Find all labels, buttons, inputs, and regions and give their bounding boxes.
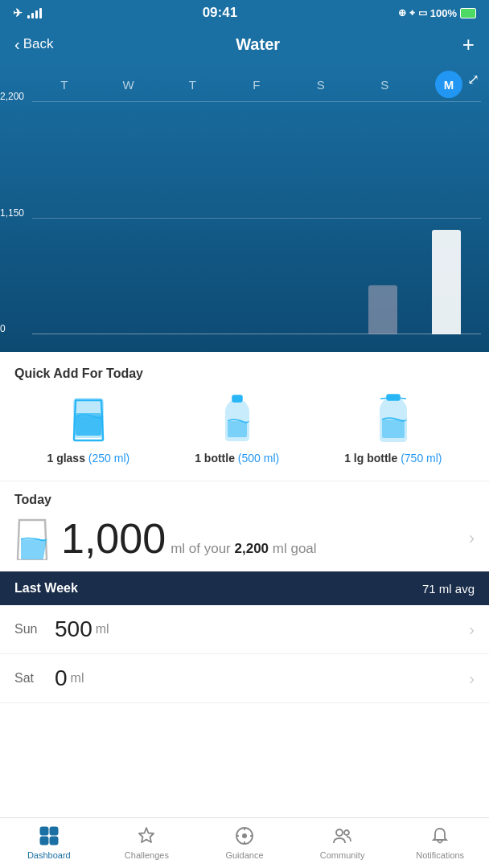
bar-slot-s2 <box>363 101 403 334</box>
tab-guidance[interactable]: Guidance <box>195 825 294 860</box>
status-left: ✈ <box>13 6 42 19</box>
week-day-sat: Sat <box>14 671 55 686</box>
add-button[interactable]: + <box>462 34 475 55</box>
chart-day-t2: T <box>172 78 212 92</box>
grid-label-mid: 1,150 <box>0 207 24 219</box>
week-row-sat[interactable]: Sat 0 ml › <box>0 654 489 703</box>
svg-marker-11 <box>139 828 154 842</box>
status-bar: ✈ 09:41 ⊕ ⌖ ▭ 100% ▮ <box>0 0 489 26</box>
airplane-icon: ✈ <box>13 6 23 19</box>
today-meta: ml of your 2,200 ml goal <box>171 541 458 557</box>
svg-rect-7 <box>40 827 48 835</box>
svg-point-18 <box>336 829 343 836</box>
tab-bar: Dashboard Challenges Guidance <box>0 817 489 868</box>
bar-slot-t1 <box>47 101 87 334</box>
svg-point-19 <box>344 830 349 835</box>
grid-label-bottom: 0 <box>0 323 6 334</box>
battery-label: 100% <box>430 7 457 19</box>
svg-point-13 <box>242 833 247 838</box>
last-week-avg: 71 ml avg <box>422 582 475 596</box>
chart-area: T W T F S S M 2,200 1,150 0 <box>0 63 489 352</box>
week-amount-sat: 0 <box>55 665 68 691</box>
bar-slot-t2 <box>173 101 213 334</box>
tab-challenges-label: Challenges <box>125 850 169 860</box>
bar-mon <box>432 230 461 335</box>
chart-grid: 2,200 1,150 0 <box>32 101 481 334</box>
chart-day-s2: S <box>364 78 405 92</box>
expand-icon[interactable]: ⤢ <box>467 71 479 88</box>
page-title: Water <box>236 35 280 54</box>
glass-label: 1 glass (250 ml) <box>47 452 129 465</box>
back-chevron-icon: ‹ <box>14 35 20 54</box>
notifications-icon <box>429 825 451 847</box>
svg-rect-2 <box>76 416 101 436</box>
week-row-sun[interactable]: Sun 500 ml › <box>0 605 489 654</box>
lg-bottle-label: 1 lg bottle (750 ml) <box>344 452 442 465</box>
grid-label-top: 2,200 <box>0 91 24 102</box>
last-week-header: Last Week 71 ml avg <box>0 571 489 605</box>
status-time: 09:41 <box>203 5 237 21</box>
week-day-sun: Sun <box>14 622 55 637</box>
svg-rect-8 <box>50 827 58 835</box>
quick-add-title: Quick Add For Today <box>14 366 475 381</box>
svg-rect-3 <box>232 395 242 402</box>
today-label: Today <box>14 493 475 507</box>
today-row[interactable]: 1,000 ml of your 2,200 ml goal › <box>14 517 475 560</box>
status-right: ⊕ ⌖ ▭ 100% ▮ <box>398 7 476 19</box>
today-amount: 1,000 <box>61 518 166 559</box>
bar-slot-f <box>236 101 277 334</box>
quick-add-buttons: 1 glass (250 ml) 1 bottle (500 ml) <box>14 394 475 473</box>
add-glass-button[interactable]: 1 glass (250 ml) <box>47 394 129 465</box>
chart-day-s1: S <box>301 78 341 92</box>
chart-day-f: F <box>236 78 277 92</box>
gps-icon: ⌖ <box>409 7 415 18</box>
svg-rect-4 <box>228 421 247 437</box>
lg-bottle-icon <box>372 394 414 445</box>
add-lg-bottle-button[interactable]: 1 lg bottle (750 ml) <box>344 394 442 465</box>
nav-bar: ‹ Back Water + <box>0 26 489 63</box>
tab-guidance-label: Guidance <box>225 850 263 860</box>
chart-days-row: T W T F S S M <box>0 63 489 98</box>
today-section: Today 1,000 ml of your 2,200 ml goal › <box>0 481 489 571</box>
tab-dashboard[interactable]: Dashboard <box>0 825 98 860</box>
back-label: Back <box>23 36 54 52</box>
week-chevron-sun-icon: › <box>469 620 475 639</box>
svg-rect-6 <box>382 420 405 438</box>
chart-day-w: W <box>109 78 149 92</box>
quick-add-section: Quick Add For Today 1 glass (250 ml) <box>0 352 489 481</box>
bar-slot-m <box>426 101 466 334</box>
tab-notifications-label: Notifications <box>416 850 464 860</box>
svg-rect-9 <box>40 837 48 845</box>
bar-slot-w <box>110 101 150 334</box>
screen-icon: ▭ <box>418 7 427 18</box>
svg-rect-10 <box>50 837 58 845</box>
chart-day-m-active: M <box>435 71 462 98</box>
today-water-icon <box>14 517 50 560</box>
tab-dashboard-label: Dashboard <box>27 850 71 860</box>
community-icon <box>331 825 354 847</box>
signal-bars <box>27 8 42 18</box>
bottle-icon <box>216 394 258 445</box>
back-button[interactable]: ‹ Back <box>14 35 53 54</box>
chart-day-t1: T <box>44 78 84 92</box>
bar-slot-s1 <box>300 101 340 334</box>
dashboard-icon <box>38 825 60 847</box>
bar-sat <box>368 285 397 334</box>
glass-icon <box>68 394 109 445</box>
bottle-label: 1 bottle (500 ml) <box>195 452 279 465</box>
today-chevron-icon: › <box>469 528 475 549</box>
add-bottle-button[interactable]: 1 bottle (500 ml) <box>195 394 279 465</box>
week-unit-sun: ml <box>96 622 109 637</box>
battery-icon: ▮ <box>460 8 476 18</box>
week-amount-sun: 500 <box>55 616 92 642</box>
last-week-title: Last Week <box>14 581 78 596</box>
tab-challenges[interactable]: Challenges <box>98 825 196 860</box>
week-chevron-sat-icon: › <box>469 669 475 688</box>
bars-container <box>32 101 481 334</box>
tab-community-label: Community <box>320 850 365 860</box>
tab-community[interactable]: Community <box>294 825 392 860</box>
tab-notifications[interactable]: Notifications <box>391 825 489 860</box>
today-amount-row: 1,000 ml of your 2,200 ml goal <box>61 518 458 559</box>
challenges-icon <box>135 825 158 847</box>
guidance-icon <box>233 825 256 847</box>
